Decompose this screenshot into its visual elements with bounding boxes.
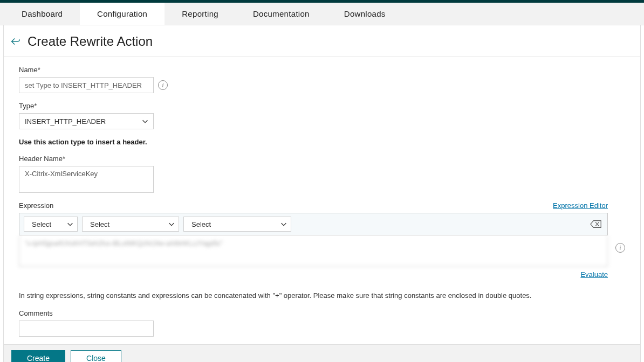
create-button[interactable]: Create [11, 350, 65, 362]
comments-input[interactable] [19, 321, 154, 337]
expr-select-3[interactable]: Select [183, 217, 291, 232]
type-label: Type* [19, 102, 625, 110]
concat-hint: In string expressions, string constants … [19, 291, 625, 300]
evaluate-link[interactable]: Evaluate [580, 270, 608, 279]
type-hint: Use this action type to insert a header. [19, 138, 625, 146]
chevron-down-icon [66, 220, 74, 228]
tab-documentation[interactable]: Documentation [236, 3, 327, 25]
name-input[interactable] [19, 77, 154, 93]
tab-configuration[interactable]: Configuration [80, 3, 165, 25]
expr-select-1-value: Select [32, 220, 51, 228]
expr-select-2[interactable]: Select [82, 217, 179, 232]
expr-select-2-value: Select [90, 220, 109, 228]
expression-toolbar: Select Select Select [19, 213, 608, 235]
main-tabs: Dashboard Configuration Reporting Docume… [0, 3, 644, 25]
expression-editor-link[interactable]: Expression Editor [553, 201, 608, 210]
tab-reporting[interactable]: Reporting [165, 3, 236, 25]
expression-textarea[interactable]: "u-tpHSjpuefUVuKHTSeh2fus-iBLoIMKQzNr24w… [19, 235, 608, 267]
info-icon[interactable]: i [158, 80, 168, 90]
back-arrow-icon[interactable] [9, 36, 21, 47]
header-name-value: X-Citrix-XmlServiceKey [25, 170, 98, 178]
comments-label: Comments [19, 309, 625, 317]
tab-downloads[interactable]: Downloads [327, 3, 403, 25]
page-title: Create Rewrite Action [28, 34, 153, 49]
expr-select-1[interactable]: Select [24, 217, 78, 232]
type-select[interactable]: INSERT_HTTP_HEADER [19, 113, 154, 129]
chevron-down-icon [280, 220, 287, 228]
info-icon[interactable]: i [615, 243, 625, 253]
expression-label: Expression [19, 201, 53, 210]
tab-dashboard[interactable]: Dashboard [4, 3, 80, 25]
chevron-down-icon [168, 220, 175, 228]
header-name-input[interactable]: X-Citrix-XmlServiceKey [19, 166, 154, 193]
header-name-label: Header Name* [19, 155, 625, 163]
type-select-value: INSERT_HTTP_HEADER [25, 117, 106, 126]
expr-select-3-value: Select [191, 220, 211, 228]
chevron-down-icon [141, 117, 149, 125]
name-label: Name* [19, 66, 625, 74]
clear-expression-icon[interactable] [590, 220, 602, 228]
close-button[interactable]: Close [71, 350, 121, 362]
